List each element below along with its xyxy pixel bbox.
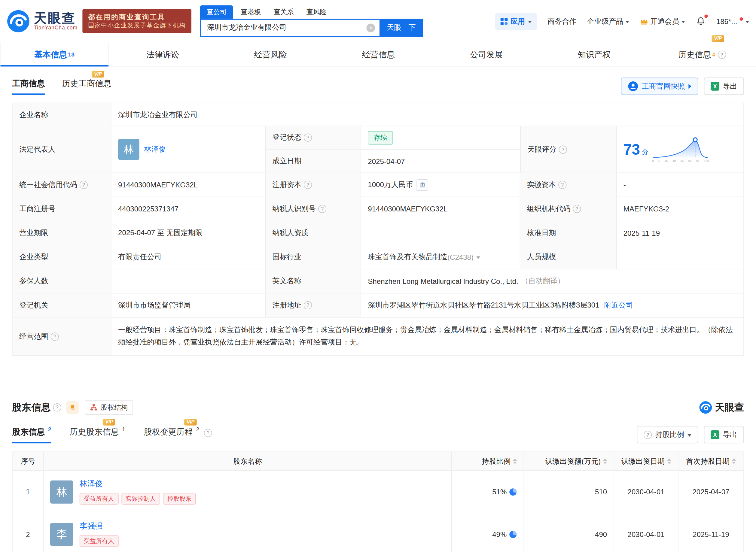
field-label: 企业名称 (13, 103, 112, 127)
grid-icon (500, 18, 507, 25)
pie-chart-icon[interactable] (509, 488, 517, 496)
col-header-amount-date[interactable]: 认缴出资日期 (614, 452, 678, 470)
tab-history-info[interactable]: VIP 历史信息 4 ? (648, 42, 756, 66)
reg-capital-value: 1000万人民币 (368, 180, 413, 189)
col-header-first-date[interactable]: 首次持股日期 (678, 452, 744, 470)
search-tab-relation[interactable]: 查关系 (273, 7, 293, 19)
biz-coop-label: 商务合作 (547, 16, 576, 25)
vip-upgrade-link[interactable]: 开通会员 (640, 16, 685, 25)
tab-operation-risk[interactable]: 经营风险 (217, 42, 325, 66)
address-cell: 深圳市罗湖区翠竹街道水贝社区翠竹路2131号水贝工业区3栋附楼3层301 附近公… (361, 293, 743, 317)
tab-operation-info[interactable]: 经营信息 (325, 42, 432, 66)
chevron-down-icon[interactable] (477, 257, 481, 259)
field-label: 成立日期 (266, 150, 361, 172)
tab-intellectual-property[interactable]: 知识产权 (540, 42, 648, 66)
sort-icon[interactable] (732, 458, 736, 464)
apps-label: 应用 (510, 16, 525, 25)
search-tab-risk[interactable]: 查风险 (306, 7, 326, 19)
field-label: 注册地址? (266, 293, 361, 317)
role-tag[interactable]: 受益所有人 (80, 536, 118, 547)
search-clear-icon[interactable]: × (367, 23, 375, 32)
field-label: 工商注册号 (13, 197, 112, 221)
help-icon[interactable]: ? (304, 181, 312, 189)
avatar[interactable]: 林 (118, 139, 139, 160)
capital-change-icon[interactable] (417, 179, 428, 191)
logo-text-cn: 天眼查 (34, 12, 78, 25)
tab-history-info-label: 历史信息 (678, 49, 711, 60)
company-name-value: 深圳市龙冶金业有限公司 (112, 103, 744, 127)
role-tag[interactable]: 控股股东 (163, 493, 196, 505)
help-icon[interactable]: ? (50, 332, 58, 340)
help-icon[interactable]: ? (204, 429, 212, 437)
tab-equity-change-history[interactable]: VIP 股权变更历程 2 ? (144, 426, 212, 443)
notifications-button[interactable] (696, 16, 706, 26)
help-icon[interactable]: ? (318, 205, 326, 213)
search-tabs: 查公司 查老板 查关系 查风险 (200, 5, 423, 18)
help-icon[interactable]: ? (559, 145, 567, 153)
tab-legal-litigation[interactable]: 法律诉讼 (109, 42, 217, 66)
role-tag[interactable]: 受益所有人 (80, 493, 118, 505)
excel-icon: X (711, 82, 719, 91)
notification-dot (704, 14, 708, 17)
subtab-business-info[interactable]: 工商信息 (12, 78, 45, 95)
field-label: 组织机构代码? (520, 197, 617, 221)
insured-count-value: - (112, 269, 266, 293)
field-label: 纳税人识别号? (266, 197, 361, 221)
help-icon[interactable]: ? (80, 181, 88, 189)
ratio-value: 51% (492, 488, 507, 496)
sort-icon[interactable] (667, 458, 671, 464)
first-date-value: 2025-11-19 (678, 513, 744, 552)
official-snapshot-button[interactable]: 工商官网快照 (621, 78, 698, 95)
excel-icon: X (711, 430, 719, 439)
col-header-amount[interactable]: 认缴出资额(万元) (524, 452, 614, 470)
official-snapshot-label: 工商官网快照 (642, 82, 685, 91)
authority-value: 深圳市市场监督管理局 (112, 293, 266, 317)
search-input[interactable] (200, 19, 379, 37)
watermark-logo-text: 天眼查 (715, 401, 744, 414)
tab-shareholders[interactable]: 股东信息 2 (12, 426, 51, 443)
nearby-companies-link[interactable]: 附近公司 (604, 301, 633, 310)
enterprise-product-link[interactable]: 企业级产品 (587, 16, 629, 25)
subtab-history-business-info[interactable]: VIP 历史工商信息 (62, 78, 112, 95)
search-submit-button[interactable]: 天眼一下 (379, 19, 423, 37)
tab-basic-info[interactable]: 基本信息 13 (0, 42, 109, 66)
industry-code: (C2438) (448, 253, 474, 261)
avatar[interactable]: 李 (50, 523, 73, 546)
export-button[interactable]: X 导出 (704, 426, 744, 443)
vip-badge: VIP (712, 35, 724, 42)
ratio-filter-label: 持股比例 (655, 430, 684, 439)
monitor-bell-button[interactable] (66, 401, 79, 414)
tab-basic-info-label: 基本信息 (34, 49, 67, 60)
sort-icon[interactable] (603, 458, 607, 464)
col-header-ratio[interactable]: 持股比例 (452, 452, 524, 470)
ratio-filter-button[interactable]: ? 持股比例 (637, 426, 698, 443)
sort-icon[interactable] (513, 458, 517, 464)
avatar[interactable]: 林 (50, 480, 73, 503)
shareholder-name-link[interactable]: 李强强 (80, 521, 118, 532)
search-tab-company[interactable]: 查公司 (200, 5, 233, 19)
help-icon[interactable]: ? (573, 205, 581, 213)
tab-history-info-count: 4 (712, 51, 716, 58)
apps-button[interactable]: 应用 (495, 13, 537, 30)
help-icon[interactable]: ? (304, 133, 312, 141)
help-icon[interactable]: ? (558, 181, 566, 189)
watermark-logo: 天眼查 (699, 401, 744, 414)
field-label: 国标行业 (266, 245, 361, 269)
equity-structure-button[interactable]: 股权结构 (85, 400, 133, 415)
export-button[interactable]: X 导出 (704, 78, 744, 95)
pie-chart-icon[interactable] (509, 530, 517, 538)
tab-history-shareholders[interactable]: VIP 历史股东信息 1 (70, 426, 125, 443)
help-icon[interactable]: ? (53, 403, 61, 411)
role-tag[interactable]: 实际控制人 (121, 493, 160, 505)
help-icon[interactable]: ? (304, 301, 312, 309)
biz-coop-link[interactable]: 商务合作 (547, 16, 576, 25)
search-tab-boss[interactable]: 查老板 (241, 7, 261, 19)
industry-cell: 珠宝首饰及有关物品制造 (C2438) (361, 245, 520, 269)
tab-company-development[interactable]: 公司发展 (432, 42, 540, 66)
help-icon[interactable]: ? (718, 50, 726, 58)
legal-rep-link[interactable]: 林泽俊 (144, 145, 166, 154)
shareholder-name-link[interactable]: 林泽俊 (80, 479, 196, 489)
account-menu[interactable]: 186*... (716, 17, 749, 25)
uscc-value: 91440300MAEFYKG32L (112, 173, 266, 197)
tianyancha-logo[interactable]: 天眼查 TianYanCha.com (7, 10, 77, 33)
